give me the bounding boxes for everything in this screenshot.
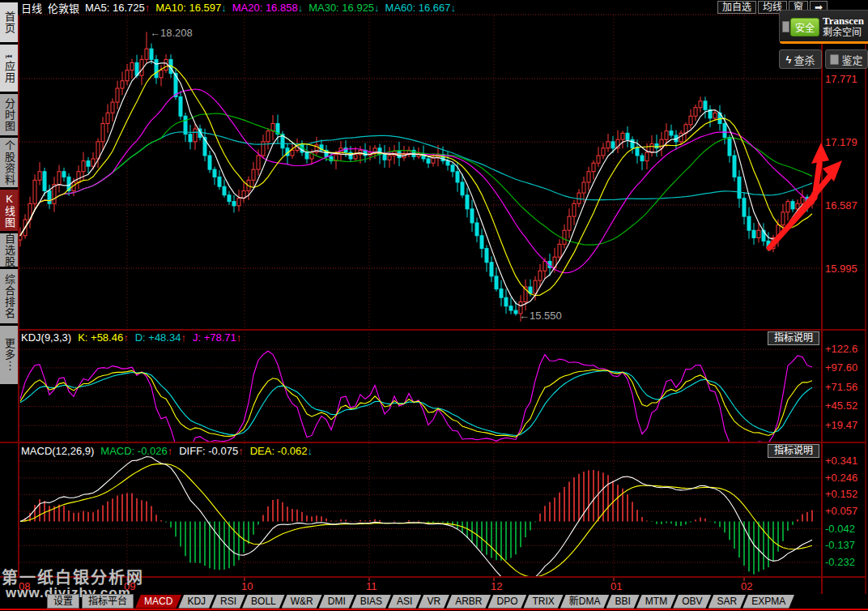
usb-security-popup: 安全 Transcen 剩余空间 ϟ 查杀 鉴定: [779, 10, 868, 69]
candles: [19, 32, 814, 321]
tab-BIAS[interactable]: BIAS: [351, 595, 391, 609]
kdj-seg-0: KDJ(9,3,3): [21, 331, 71, 344]
gridlines: [0, 15, 866, 594]
topbar-arrow-3: ↓: [221, 2, 227, 14]
macd-seg-3: DEA: -0.062↓: [250, 445, 313, 457]
popup-actions: ϟ 查杀 鉴定: [779, 49, 868, 69]
sidebar-item-分时图[interactable]: 分时图: [0, 94, 18, 137]
topbar-seg-4: MA20: 16.858↓: [232, 2, 303, 14]
svg-text:+0.246: +0.246: [825, 472, 857, 484]
trend-arrows: [769, 143, 842, 248]
tab-SAR[interactable]: SAR: [708, 595, 747, 609]
sidebar-item-label: 更多⋯: [1, 338, 17, 372]
svg-text:+0.057: +0.057: [825, 505, 857, 517]
svg-text:02: 02: [741, 580, 752, 592]
sidebar-item-自选股[interactable]: 自选股: [0, 233, 18, 268]
popup-texts: Transcen 剩余空间: [823, 15, 864, 39]
tab-KDJ[interactable]: KDJ: [178, 595, 215, 609]
kdj-header: KDJ(9,3,3)K: +58.46↑D: +48.34↑J: +78.71↑: [21, 331, 241, 344]
topbar-seg-2: MA5: 16.725↑: [85, 2, 150, 14]
topbar-seg-5: MA30: 16.925↓: [308, 2, 379, 14]
sidebar-item-更多[interactable]: 更多⋯: [0, 326, 18, 386]
topbar-arrow-5: ↓: [374, 2, 380, 14]
kdj-seg-2: D: +48.34↑: [135, 331, 186, 344]
apps-icon: ⏮: [6, 53, 12, 61]
kdj-lines: [20, 351, 812, 451]
tab-新DMA[interactable]: 新DMA: [560, 595, 610, 609]
indicator-platform-button[interactable]: 指标平台: [82, 594, 134, 609]
popup-space-label: 剩余空间: [823, 27, 864, 39]
svg-text:01: 01: [611, 580, 622, 592]
sidebar-item-K线图[interactable]: K线图: [0, 190, 18, 233]
topbar-seg-3: MA10: 16.597↓: [155, 2, 226, 14]
svg-text:10: 10: [241, 580, 253, 592]
svg-text:12: 12: [491, 580, 502, 592]
kdj-arrow-2: ↑: [181, 331, 186, 344]
svg-text:17.179: 17.179: [825, 136, 857, 148]
tab-ARBR[interactable]: ARBR: [446, 595, 491, 609]
scan-button[interactable]: ϟ 查杀: [779, 49, 822, 69]
tab-BBI[interactable]: BBI: [606, 595, 640, 609]
indicator-tabs: MACDKDJRSIBOLLW&RDMIBIASASIVRARBRDPOTRIX…: [138, 595, 794, 609]
sidebar-item-label: 自选股: [1, 233, 17, 267]
sidebar-item-首页[interactable]: 首页: [0, 2, 18, 44]
sidebar-item-label: 应用: [1, 61, 17, 83]
svg-text:←15.550: ←15.550: [519, 310, 562, 322]
top-info-bar: 日线伦敦银MA5: 16.725↑MA10: 16.597↓MA20: 16.8…: [21, 1, 456, 14]
svg-text:+45.52: +45.52: [825, 400, 857, 412]
tab-DMI[interactable]: DMI: [319, 595, 355, 609]
tab-OBV[interactable]: OBV: [673, 595, 711, 609]
svg-text:-0.137: -0.137: [825, 539, 855, 551]
svg-text:←18.208: ←18.208: [150, 27, 193, 39]
tab-TRIX[interactable]: TRIX: [523, 595, 563, 609]
sidebar-item-个股资料[interactable]: 个股资料: [0, 138, 18, 189]
macd-arrow-2: ↑: [238, 445, 244, 457]
safe-button[interactable]: 安全: [790, 18, 819, 36]
svg-text:16.587: 16.587: [825, 199, 857, 212]
tab-ASI[interactable]: ASI: [388, 595, 421, 609]
svg-text:-0.232: -0.232: [825, 556, 855, 568]
sidebar-item-label: 个股资料: [1, 140, 17, 186]
sidebar: 首页⏮应用分时图个股资料K线图自选股综合排名更多⋯: [0, 0, 18, 387]
svg-text:17.771: 17.771: [825, 73, 857, 85]
topbar-arrow-2: ↑: [145, 2, 151, 14]
tab-EXPMA[interactable]: EXPMA: [742, 595, 794, 609]
settings-button[interactable]: 设置: [47, 594, 79, 609]
topright-button-加自选[interactable]: 加自选: [717, 1, 756, 14]
kdj-legend-button[interactable]: 指标说明: [768, 331, 819, 345]
svg-text:+97.60: +97.60: [825, 361, 857, 374]
tab-BOLL[interactable]: BOLL: [242, 595, 285, 609]
axis-labels: 17.77117.17916.58715.995+122.6+97.60+71.…: [19, 27, 857, 592]
ma-lines: [20, 62, 812, 306]
svg-text:11: 11: [366, 580, 377, 592]
kdj-seg-3: J: +78.71↑: [193, 331, 241, 344]
svg-text:-0.042: -0.042: [825, 523, 855, 535]
tab-MTM[interactable]: MTM: [636, 595, 676, 609]
tab-MACD[interactable]: MACD: [135, 595, 181, 609]
macd-arrow-1: ↑: [168, 445, 173, 457]
svg-text:+122.6: +122.6: [825, 343, 857, 355]
sidebar-item-label: 综合排名: [1, 274, 17, 319]
scan-button-label: 查杀: [794, 52, 815, 67]
bottom-red-line: [0, 609, 868, 610]
sidebar-item-综合排名[interactable]: 综合排名: [0, 269, 18, 325]
tab-VR[interactable]: VR: [418, 595, 449, 609]
sidebar-item-label: K线图: [1, 193, 17, 229]
tab-DPO[interactable]: DPO: [487, 595, 526, 609]
kdj-seg-1: K: +58.46↑: [78, 331, 129, 344]
macd-legend-button[interactable]: 指标说明: [768, 444, 819, 458]
kdj-arrow-3: ↑: [236, 331, 242, 344]
indicator-tab-bar: 设置 指标平台 MACDKDJRSIBOLLW&RDMIBIASASIVRARB…: [0, 594, 868, 609]
usb-plug-icon: [782, 21, 789, 32]
lightning-icon: ϟ: [786, 53, 792, 66]
svg-text:+71.56: +71.56: [825, 381, 857, 393]
tab-W&R[interactable]: W&R: [282, 595, 322, 609]
kdj-arrow-1: ↑: [123, 331, 129, 344]
topbar-arrow-4: ↓: [298, 2, 304, 14]
tab-RSI[interactable]: RSI: [211, 595, 245, 609]
verify-button-label: 鉴定: [841, 52, 862, 67]
macd-header: MACD(12,26,9)MACD: -0.026↑DIFF: -0.075↑D…: [21, 445, 313, 457]
sidebar-item-应用[interactable]: ⏮应用: [0, 45, 18, 93]
verify-button[interactable]: 鉴定: [825, 49, 868, 69]
popup-title: Transcen: [823, 15, 864, 27]
